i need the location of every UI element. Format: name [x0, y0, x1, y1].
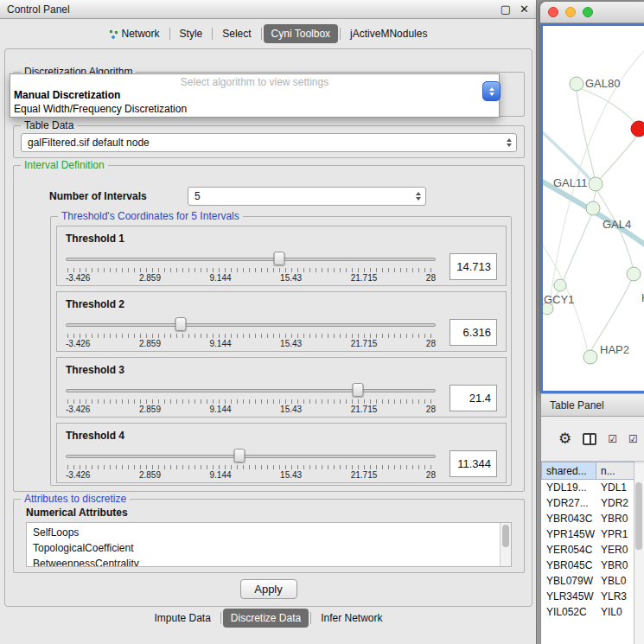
tab-style[interactable]: Style — [172, 24, 211, 43]
table-cell-shared-name[interactable]: YLR345W — [541, 590, 596, 603]
node-circle[interactable] — [627, 267, 641, 281]
float-window-icon[interactable]: ▢ — [501, 3, 511, 16]
threshold-2-slider[interactable]: -3.4262.8599.14415.4321.71528 — [66, 314, 436, 350]
column-header-shared-name[interactable]: shared... — [541, 462, 596, 480]
scale-label: 9.144 — [210, 339, 232, 348]
threshold-1-slider[interactable]: -3.4262.8599.14415.4321.71528 — [66, 248, 436, 284]
scrollbar-thumb[interactable] — [635, 482, 642, 550]
select-all-checkbox-icon[interactable]: ☑ — [608, 433, 617, 445]
table-scrollbar[interactable] — [634, 463, 644, 644]
tab-discretize-data[interactable]: Discretize Data — [223, 609, 309, 628]
table-cell-name[interactable]: YDR2 — [596, 497, 634, 509]
table-cell-name[interactable]: YLR3 — [596, 590, 634, 603]
table-row[interactable]: YLR345WYLR3 — [541, 589, 634, 604]
table-cell-shared-name[interactable]: YDR27... — [541, 497, 596, 509]
window-title: Control Panel — [7, 3, 70, 16]
minimize-traffic-light-icon[interactable] — [565, 7, 576, 17]
table-row[interactable]: YBL079WYBL0 — [541, 573, 634, 589]
node-circle[interactable] — [570, 77, 583, 91]
table-cell-shared-name[interactable]: YPR145W — [541, 528, 596, 540]
threshold-4-value-field[interactable]: 11.344 — [450, 450, 497, 477]
table-cell-shared-name[interactable]: YDL19... — [541, 481, 596, 494]
highlighted-node[interactable] — [631, 121, 644, 137]
numerical-attributes-list[interactable]: SelfLoopsTopologicalCoefficientBetweenne… — [26, 522, 512, 567]
select-column-checkbox-icon[interactable]: ☑ — [628, 433, 638, 445]
tab-infer-network[interactable]: Infer Network — [313, 609, 390, 628]
dropdown-hint: Select algorithm to view settings — [10, 74, 499, 88]
columns-icon[interactable] — [583, 433, 596, 445]
table-cell-name[interactable]: YPR1 — [596, 528, 634, 540]
list-scrollbar[interactable] — [500, 523, 511, 566]
node-circle[interactable] — [554, 279, 566, 291]
table-cell-shared-name[interactable]: YER054C — [541, 544, 596, 556]
table-cell-name[interactable]: YBR0 — [596, 513, 634, 525]
node-circle[interactable] — [586, 201, 600, 215]
table-cell-name[interactable]: YER0 — [596, 544, 634, 556]
threshold-2-value-field[interactable]: 6.316 — [450, 319, 497, 346]
slider-thumb[interactable] — [175, 317, 186, 331]
table-row[interactable]: YBR045CYBR0 — [541, 558, 634, 573]
table-row[interactable]: YBR043CYBR0 — [541, 511, 634, 526]
slider-thumb[interactable] — [274, 252, 285, 265]
network-window-titlebar — [540, 2, 644, 23]
tab-jactivemnodules[interactable]: jActiveMNodules — [342, 24, 435, 43]
thresholds-group: Threshold's Coordinates for 5 Intervals … — [50, 216, 512, 486]
zoom-traffic-light-icon[interactable] — [583, 7, 593, 17]
gear-icon[interactable]: ⚙ — [558, 430, 571, 448]
table-cell-shared-name[interactable]: YBR043C — [541, 513, 596, 525]
table-row[interactable]: YER054CYER0 — [541, 542, 634, 558]
attribute-item[interactable]: SelfLoops — [33, 525, 499, 540]
tab-label: Cyni Toolbox — [271, 28, 330, 40]
attribute-item[interactable]: BetweennessCentrality — [33, 556, 499, 567]
tab-label: Style — [180, 28, 203, 40]
table-cell-name[interactable]: YBL0 — [596, 575, 634, 587]
dropdown-item-manual-discretization[interactable]: Manual Discretization — [10, 88, 499, 102]
table-row[interactable]: YDL19...YDL1 — [541, 480, 634, 495]
table-cell-shared-name[interactable]: YBR045C — [541, 559, 596, 571]
combo-stepper-icon — [505, 138, 513, 147]
threshold-1-value-field[interactable]: 14.713 — [450, 253, 497, 280]
table-row[interactable]: YDR27...YDR2 — [541, 495, 634, 511]
tab-network[interactable]: Network — [101, 24, 168, 43]
interval-definition-title: Interval Definition — [21, 159, 108, 171]
slider-ticks — [67, 268, 434, 272]
table-cell-shared-name[interactable]: YBL079W — [541, 575, 596, 587]
scale-label: 15.43 — [280, 470, 302, 480]
threshold-4-slider[interactable]: -3.4262.8599.14415.4321.71528 — [66, 445, 436, 481]
dropdown-item-equal-width-frequency[interactable]: Equal Width/Frequency Discretization — [10, 102, 499, 116]
tab-label: Discretize Data — [231, 612, 301, 624]
threshold-3-slider[interactable]: -3.4262.8599.14415.4321.71528 — [66, 379, 436, 416]
bottom-tab-bar: Impute DataDiscretize DataInfer Network — [0, 609, 537, 628]
apply-button[interactable]: Apply — [240, 579, 297, 599]
scale-label: 21.715 — [351, 470, 378, 480]
attribute-item[interactable]: TopologicalCoefficient — [33, 540, 499, 556]
network-view-canvas[interactable]: GAL80 GAL11 GAL4 GCY1 HAP2 H — [540, 23, 644, 393]
table-data-combobox[interactable]: galFiltered.sif default node — [21, 133, 517, 152]
table-cell-name[interactable]: YDL1 — [596, 481, 634, 494]
tab-label: Network — [122, 28, 160, 40]
table-row[interactable]: YIL052CYIL0 — [541, 604, 634, 620]
scrollbar-thumb[interactable] — [502, 525, 509, 547]
close-window-icon[interactable]: ✕ — [520, 3, 529, 16]
slider-track — [66, 258, 436, 261]
threshold-3-value-field[interactable]: 21.4 — [450, 385, 497, 411]
tab-impute-data[interactable]: Impute Data — [146, 609, 218, 628]
table-cell-shared-name[interactable]: YIL052C — [541, 606, 596, 618]
close-traffic-light-icon[interactable] — [548, 7, 558, 17]
tab-select[interactable]: Select — [214, 24, 258, 43]
table-data-label: Table Data — [21, 119, 77, 131]
table-row[interactable]: YPR145WYPR1 — [541, 526, 634, 542]
node-label: HAP2 — [600, 343, 629, 356]
column-header-name[interactable]: n... — [596, 462, 634, 480]
slider-scale-labels: -3.4262.8599.14415.4321.71528 — [66, 405, 436, 414]
slider-thumb[interactable] — [234, 449, 245, 462]
number-of-intervals-combobox[interactable]: 5 — [188, 187, 426, 206]
table-cell-name[interactable]: YBR0 — [596, 559, 634, 571]
tab-cyni-toolbox[interactable]: Cyni Toolbox — [264, 24, 338, 43]
algorithm-combo-stepper[interactable] — [482, 81, 501, 101]
node-circle[interactable] — [589, 177, 603, 191]
node-circle[interactable] — [583, 350, 597, 364]
threshold-panel-3: Threshold 3 -3.4262.8599.14415.4321.7152… — [56, 357, 507, 418]
table-cell-name[interactable]: YIL0 — [596, 606, 634, 618]
slider-thumb[interactable] — [353, 383, 364, 397]
